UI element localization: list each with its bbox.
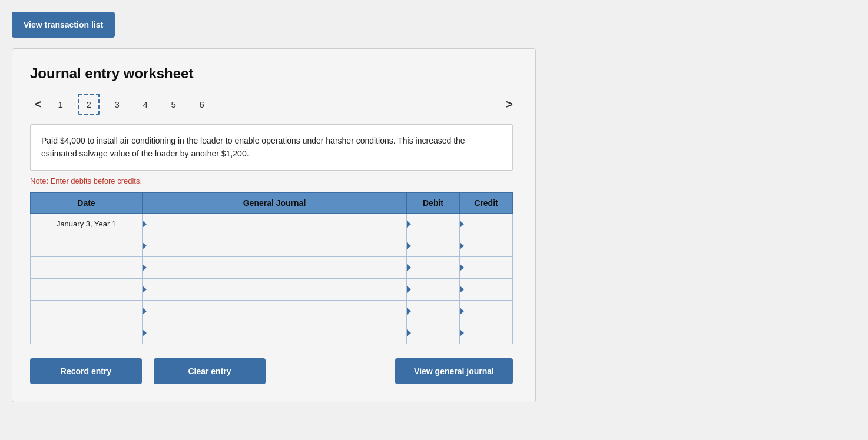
debit-cell-2[interactable] [407, 235, 460, 256]
table-header-date: Date [31, 192, 143, 213]
debit-input-2[interactable] [407, 235, 459, 256]
date-cell-3 [31, 256, 143, 278]
clear-entry-button[interactable]: Clear entry [154, 358, 266, 384]
table-row [31, 278, 513, 300]
debit-arrow-icon [407, 286, 411, 293]
page-3[interactable]: 3 [107, 94, 128, 115]
cell-arrow-icon [143, 329, 147, 336]
debit-input-3[interactable] [407, 257, 459, 278]
journal-input-4[interactable] [143, 279, 406, 300]
credit-input-2[interactable] [460, 235, 512, 256]
credit-input-1[interactable] [460, 214, 512, 235]
journal-input-2[interactable] [143, 235, 406, 256]
table-row [31, 235, 513, 256]
cell-arrow-icon [143, 221, 147, 228]
credit-arrow-icon [460, 242, 464, 249]
page-1[interactable]: 1 [50, 94, 71, 115]
credit-cell-2[interactable] [460, 235, 513, 256]
date-cell-4 [31, 278, 143, 300]
credit-arrow-icon [460, 329, 464, 336]
date-cell-6 [31, 322, 143, 344]
date-cell-5 [31, 300, 143, 322]
cell-arrow-icon [143, 264, 147, 271]
cell-arrow-icon [143, 308, 147, 315]
credit-cell-3[interactable] [460, 256, 513, 278]
debit-input-6[interactable] [407, 322, 459, 344]
journal-table: Date General Journal Debit Credit Januar… [30, 192, 513, 344]
debit-cell-5[interactable] [407, 300, 460, 322]
credit-input-6[interactable] [460, 322, 512, 344]
debit-input-1[interactable] [407, 214, 459, 235]
credit-input-5[interactable] [460, 301, 512, 322]
debit-cell-6[interactable] [407, 322, 460, 344]
next-page-button[interactable]: > [501, 95, 518, 114]
table-row [31, 322, 513, 344]
debit-cell-4[interactable] [407, 278, 460, 300]
credit-arrow-icon [460, 221, 464, 228]
table-row [31, 256, 513, 278]
view-general-journal-button[interactable]: View general journal [395, 358, 513, 384]
debit-input-4[interactable] [407, 279, 459, 300]
record-entry-button[interactable]: Record entry [30, 358, 142, 384]
journal-cell-5[interactable] [143, 300, 407, 322]
cell-arrow-icon [143, 242, 147, 249]
table-row [31, 300, 513, 322]
journal-input-6[interactable] [143, 322, 406, 344]
table-header-credit: Credit [460, 192, 513, 213]
journal-input-1[interactable] [143, 214, 406, 235]
table-header-debit: Debit [407, 192, 460, 213]
credit-input-4[interactable] [460, 279, 512, 300]
credit-cell-5[interactable] [460, 300, 513, 322]
table-header-general-journal: General Journal [143, 192, 407, 213]
pagination: < 1 2 3 4 5 6 > [30, 94, 518, 115]
date-cell-1: January 3, Year 1 [31, 213, 143, 235]
debit-arrow-icon [407, 264, 411, 271]
date-cell-2 [31, 235, 143, 256]
journal-cell-1[interactable] [143, 213, 407, 235]
credit-arrow-icon [460, 264, 464, 271]
debit-arrow-icon [407, 242, 411, 249]
credit-cell-1[interactable] [460, 213, 513, 235]
table-row: January 3, Year 1 [31, 213, 513, 235]
worksheet-title: Journal entry worksheet [30, 65, 518, 82]
debit-arrow-icon [407, 329, 411, 336]
cell-arrow-icon [143, 286, 147, 293]
worksheet-container: Journal entry worksheet < 1 2 3 4 5 6 > … [12, 48, 536, 402]
credit-arrow-icon [460, 308, 464, 315]
credit-arrow-icon [460, 286, 464, 293]
debit-cell-1[interactable] [407, 213, 460, 235]
debit-input-5[interactable] [407, 301, 459, 322]
prev-page-button[interactable]: < [30, 95, 47, 114]
debit-arrow-icon [407, 308, 411, 315]
button-row: Record entry Clear entry View general jo… [30, 358, 513, 384]
page-4[interactable]: 4 [135, 94, 156, 115]
credit-input-3[interactable] [460, 257, 512, 278]
journal-cell-2[interactable] [143, 235, 407, 256]
debit-cell-3[interactable] [407, 256, 460, 278]
journal-input-3[interactable] [143, 257, 406, 278]
journal-cell-4[interactable] [143, 278, 407, 300]
page-2[interactable]: 2 [78, 94, 100, 115]
description-box: Paid $4,000 to install air conditioning … [30, 124, 513, 171]
view-transaction-list-button[interactable]: View transaction list [12, 12, 115, 38]
journal-cell-3[interactable] [143, 256, 407, 278]
debit-arrow-icon [407, 221, 411, 228]
page-6[interactable]: 6 [191, 94, 213, 115]
credit-cell-6[interactable] [460, 322, 513, 344]
journal-input-5[interactable] [143, 301, 406, 322]
note-text: Note: Enter debits before credits. [30, 176, 518, 185]
journal-cell-6[interactable] [143, 322, 407, 344]
page-5[interactable]: 5 [163, 94, 184, 115]
credit-cell-4[interactable] [460, 278, 513, 300]
